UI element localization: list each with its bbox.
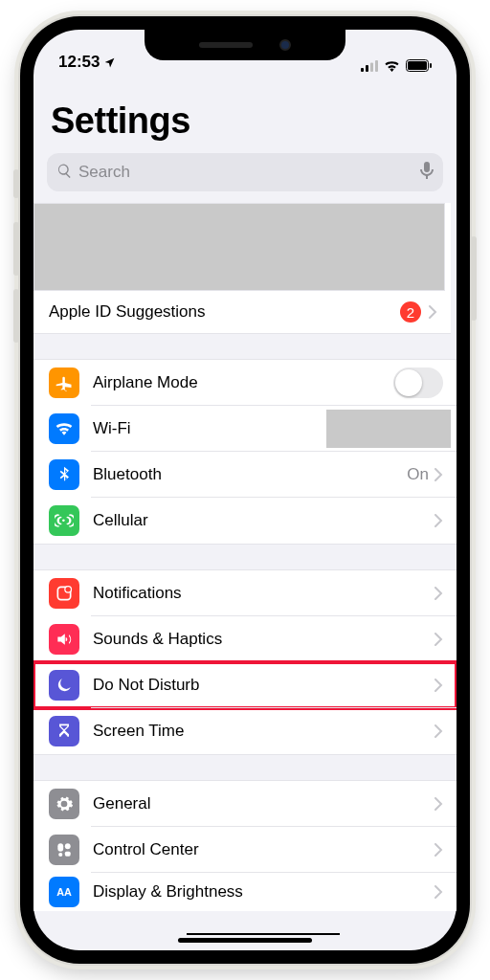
battery-icon [406,59,432,72]
cellular-signal-icon [361,60,378,72]
notifications-icon [49,578,79,609]
suggestions-badge: 2 [400,301,421,323]
airplane-mode-label: Airplane Mode [93,373,393,392]
apple-id-profile-redacted[interactable] [33,203,445,291]
chevron-right-icon [434,468,443,481]
bluetooth-row[interactable]: Bluetooth On [33,452,457,498]
wifi-label: Wi-Fi [93,419,326,438]
display-brightness-row[interactable]: AA Display & Brightness [33,873,457,911]
power-button [471,236,477,321]
display-icon: AA [49,877,79,907]
cellular-icon [49,505,79,536]
cellular-label: Cellular [93,511,434,530]
svg-rect-5 [408,61,427,70]
svg-point-11 [58,853,62,857]
phone-device-frame: 12:53 [20,16,470,964]
gear-icon [49,789,79,819]
general-row[interactable]: General [33,781,457,827]
control-center-label: Control Center [93,840,434,859]
display-label: Display & Brightness [93,882,434,902]
chevron-right-icon [434,843,443,857]
general-label: General [93,794,434,813]
redaction-strike [187,933,340,935]
front-camera [279,39,291,51]
airplane-mode-toggle[interactable] [393,368,443,398]
svg-text:AA: AA [56,886,72,898]
notifications-row[interactable]: Notifications [33,570,457,616]
home-indicator[interactable] [178,938,312,943]
screen-time-label: Screen Time [93,722,434,741]
chevron-right-icon [434,885,443,899]
bluetooth-value: On [407,465,429,484]
speaker-grille [199,42,253,48]
page-title: Settings [33,76,457,149]
control-center-icon [49,835,79,865]
dnd-label: Do Not Disturb [93,676,434,695]
search-field[interactable] [47,153,443,191]
volume-up-button [13,222,19,276]
svg-rect-9 [57,843,63,851]
wifi-icon [384,59,400,72]
chevron-right-icon [429,305,437,319]
svg-rect-2 [370,62,373,72]
wifi-icon [49,413,79,444]
location-icon [103,56,116,69]
svg-rect-12 [65,852,71,857]
bluetooth-label: Bluetooth [93,465,407,484]
svg-rect-1 [366,65,368,72]
chevron-right-icon [434,587,443,600]
wifi-row[interactable]: Wi-Fi [33,406,457,452]
control-center-row[interactable]: Control Center [33,827,457,873]
mute-switch [13,169,19,198]
chevron-right-icon [434,679,443,692]
moon-icon [49,670,79,701]
sounds-row[interactable]: Sounds & Haptics [33,616,457,662]
svg-rect-3 [375,60,378,72]
search-input[interactable] [78,163,414,182]
phone-screen: 12:53 [33,30,457,950]
do-not-disturb-row[interactable]: Do Not Disturb [33,662,457,708]
apple-id-suggestions-row[interactable]: Apple ID Suggestions 2 [33,291,451,333]
airplane-icon [49,368,79,398]
status-time: 12:53 [58,53,100,72]
mic-icon[interactable] [420,162,434,183]
chevron-right-icon [434,797,443,811]
chevron-right-icon [434,514,443,527]
airplane-mode-row[interactable]: Airplane Mode [33,360,457,406]
bluetooth-icon [49,459,79,490]
svg-rect-6 [430,63,432,68]
sounds-icon [49,624,79,655]
svg-point-10 [65,843,71,849]
notifications-label: Notifications [93,584,434,603]
search-icon [56,163,73,183]
apple-id-suggestions-label: Apple ID Suggestions [49,302,400,322]
sounds-label: Sounds & Haptics [93,630,434,649]
svg-point-8 [65,587,72,593]
chevron-right-icon [434,633,443,646]
wifi-value-redacted [326,410,451,448]
volume-down-button [13,289,19,343]
chevron-right-icon [434,724,443,738]
phone-notch [145,30,345,60]
svg-rect-0 [361,68,364,72]
hourglass-icon [49,716,79,746]
cellular-row[interactable]: Cellular [33,498,457,544]
screen-time-row[interactable]: Screen Time [33,708,457,754]
